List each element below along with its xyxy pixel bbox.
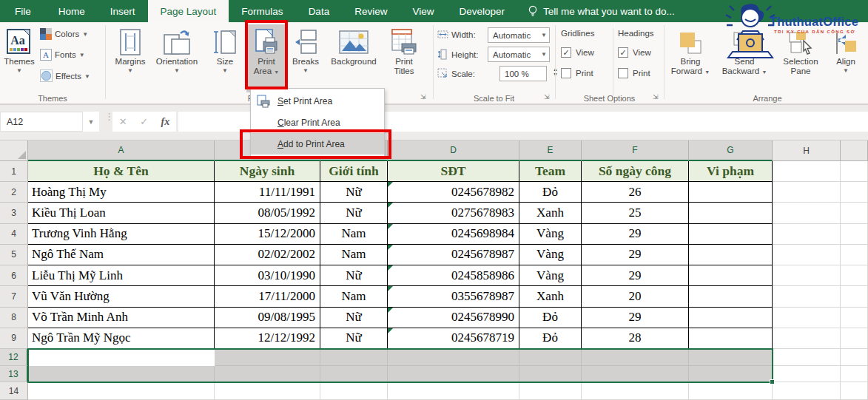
gridlines-print-checkbox[interactable]: Print <box>561 68 593 78</box>
selection-pane-button[interactable]: Selection Pane <box>775 24 827 92</box>
cell-empty[interactable] <box>773 182 841 203</box>
scale-spinner[interactable]: 100 % <box>499 66 547 81</box>
row-header-2[interactable]: 2 <box>0 182 28 203</box>
cell-empty[interactable] <box>773 328 841 349</box>
data-cell[interactable]: 0275678983 <box>388 203 519 223</box>
cell-empty[interactable] <box>689 382 773 400</box>
colors-button[interactable]: Colors▼ <box>40 28 88 40</box>
data-cell[interactable]: 08/05/1992 <box>215 203 320 223</box>
cell-empty[interactable] <box>320 349 388 366</box>
row-header-4[interactable]: 4 <box>0 224 28 245</box>
cell-empty[interactable] <box>519 382 582 400</box>
cell-partial[interactable] <box>841 161 868 182</box>
row-header-6[interactable]: 6 <box>0 265 28 286</box>
data-cell[interactable]: Vàng <box>519 245 582 265</box>
tab-formulas[interactable]: Formulas <box>229 0 295 22</box>
select-all-corner[interactable] <box>0 140 28 161</box>
column-header-partial[interactable] <box>841 140 868 161</box>
fill-handle[interactable] <box>770 379 775 384</box>
data-cell[interactable] <box>689 308 773 328</box>
cell-empty[interactable] <box>773 265 841 286</box>
tab-file[interactable]: File <box>0 0 46 22</box>
cell-empty[interactable] <box>28 366 215 382</box>
table-header-cell[interactable]: Họ & Tên <box>28 161 215 182</box>
table-header-cell[interactable]: Số ngày công <box>582 161 689 182</box>
effects-button[interactable]: Effects▼ <box>40 70 90 82</box>
tab-home[interactable]: Home <box>46 0 98 22</box>
cell-empty[interactable] <box>773 224 841 245</box>
cell-empty[interactable] <box>773 308 841 328</box>
column-header-A[interactable]: A <box>28 140 215 161</box>
row-header-8[interactable]: 8 <box>0 308 28 328</box>
cell-empty[interactable] <box>773 382 841 400</box>
data-cell[interactable]: 12/12/1992 <box>215 328 320 349</box>
cell-empty[interactable] <box>841 382 868 400</box>
row-header-9[interactable]: 9 <box>0 328 28 349</box>
data-cell[interactable]: Xanh <box>519 286 582 307</box>
bring-forward-button[interactable]: Bring Forward ▼ <box>666 24 715 92</box>
column-header-F[interactable]: F <box>582 140 689 161</box>
data-cell[interactable]: Vũ Văn Hường <box>28 286 215 307</box>
themes-button[interactable]: Aa Themes ▼ <box>1 24 37 92</box>
data-cell[interactable]: 0245858986 <box>388 265 519 286</box>
column-header-H[interactable]: H <box>773 140 841 161</box>
data-cell[interactable]: 0245678990 <box>388 308 519 328</box>
align-button[interactable]: Align ▼ <box>830 24 862 92</box>
data-cell[interactable]: Hoàng Thị My <box>28 182 215 203</box>
print-titles-button[interactable]: Print Titles <box>384 24 424 92</box>
cell-empty[interactable] <box>215 382 320 400</box>
row-header-13[interactable]: 13 <box>0 366 28 382</box>
data-cell[interactable]: Đỏ <box>519 182 582 203</box>
cell-empty[interactable] <box>841 366 868 382</box>
data-cell[interactable]: 02/02/2002 <box>215 245 320 265</box>
fonts-button[interactable]: A Fonts▼ <box>40 49 85 61</box>
cell-empty[interactable] <box>841 286 868 307</box>
cell-empty[interactable] <box>388 349 519 366</box>
column-header-D[interactable]: D <box>388 140 519 161</box>
data-cell[interactable] <box>689 286 773 307</box>
row-header-14[interactable]: 14 <box>0 382 28 400</box>
menu-item-set-print-area[interactable]: Set Print Area <box>251 90 384 112</box>
data-cell[interactable]: 0245698984 <box>388 224 519 245</box>
data-cell[interactable] <box>689 182 773 203</box>
size-button[interactable]: Size ▼ <box>206 24 244 92</box>
tab-view[interactable]: View <box>400 0 446 22</box>
scale-to-fit-dialog-launcher[interactable]: ⇲ <box>544 93 552 101</box>
data-cell[interactable] <box>689 224 773 245</box>
cell-H1[interactable] <box>773 161 841 182</box>
cell-empty[interactable] <box>773 245 841 265</box>
page-setup-dialog-launcher[interactable]: ⇲ <box>420 93 428 101</box>
cell-empty[interactable] <box>841 203 868 223</box>
data-cell[interactable]: 29 <box>582 224 689 245</box>
cell-empty[interactable] <box>320 382 388 400</box>
cell-empty[interactable] <box>773 366 841 382</box>
row-header-12[interactable]: 12 <box>0 349 28 366</box>
data-cell[interactable]: 25 <box>582 203 689 223</box>
data-cell[interactable] <box>689 265 773 286</box>
cell-empty[interactable] <box>388 382 519 400</box>
insert-function-icon[interactable]: fx <box>161 116 170 128</box>
headings-view-checkbox[interactable]: ✓View <box>618 47 651 58</box>
row-header-1[interactable]: 1 <box>0 161 28 182</box>
cell-empty[interactable] <box>582 349 689 366</box>
table-header-cell[interactable]: SĐT <box>388 161 519 182</box>
height-combobox[interactable]: Automatic▼ <box>488 47 550 62</box>
cell-empty[interactable] <box>582 366 689 382</box>
orientation-button[interactable]: Orientation ▼ <box>152 24 201 92</box>
send-backward-button[interactable]: Send Backward ▼ <box>717 24 772 92</box>
data-cell[interactable]: Nữ <box>320 182 388 203</box>
data-cell[interactable]: Vàng <box>519 265 582 286</box>
name-box[interactable]: A12 <box>0 112 83 132</box>
sheet-options-dialog-launcher[interactable]: ⇲ <box>653 93 661 101</box>
data-cell[interactable]: 0245678982 <box>388 182 519 203</box>
data-cell[interactable]: Xanh <box>519 203 582 223</box>
data-cell[interactable]: 0355678987 <box>388 286 519 307</box>
gridlines-view-checkbox[interactable]: ✓View <box>561 47 594 58</box>
row-header-3[interactable]: 3 <box>0 203 28 223</box>
cell-empty[interactable] <box>519 366 582 382</box>
data-cell[interactable]: Nam <box>320 245 388 265</box>
data-cell[interactable] <box>689 203 773 223</box>
cell-empty[interactable] <box>773 203 841 223</box>
table-header-cell[interactable]: Team <box>519 161 582 182</box>
data-cell[interactable]: Võ Trần Minh Anh <box>28 308 215 328</box>
